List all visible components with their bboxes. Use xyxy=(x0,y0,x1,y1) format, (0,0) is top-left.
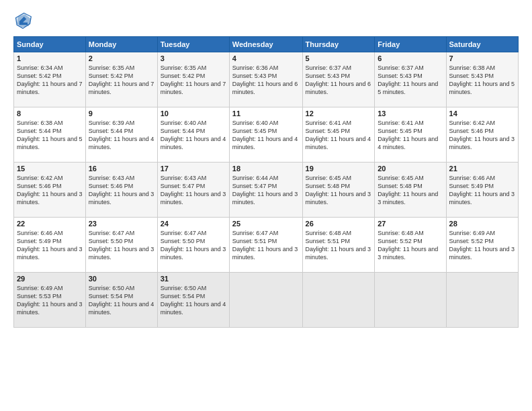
calendar-week-row: 29Sunrise: 6:49 AMSunset: 5:53 PMDayligh… xyxy=(14,273,519,328)
day-number: 30 xyxy=(89,275,154,283)
day-of-week-header: Saturday xyxy=(446,37,518,52)
day-number: 9 xyxy=(89,109,154,118)
day-of-week-header: Wednesday xyxy=(229,37,302,52)
calendar-day-cell xyxy=(302,273,375,328)
calendar-day-cell: 25Sunrise: 6:47 AMSunset: 5:51 PMDayligh… xyxy=(229,218,302,273)
calendar-day-cell: 17Sunrise: 6:43 AMSunset: 5:47 PMDayligh… xyxy=(157,163,229,218)
logo xyxy=(13,11,35,30)
day-number: 8 xyxy=(17,109,83,118)
day-number: 14 xyxy=(449,109,515,118)
day-number: 4 xyxy=(232,54,300,62)
header xyxy=(13,11,519,30)
day-number: 20 xyxy=(378,165,443,173)
day-number: 15 xyxy=(17,165,83,173)
calendar-day-cell: 28Sunrise: 6:49 AMSunset: 5:52 PMDayligh… xyxy=(446,218,518,273)
calendar-header: SundayMondayTuesdayWednesdayThursdayFrid… xyxy=(14,37,519,52)
day-number: 23 xyxy=(89,220,154,228)
calendar-body: 1Sunrise: 6:34 AMSunset: 5:42 PMDaylight… xyxy=(14,52,519,328)
day-detail: Sunrise: 6:43 AMSunset: 5:47 PMDaylight:… xyxy=(161,174,226,207)
day-number: 2 xyxy=(89,54,154,62)
calendar-day-cell: 15Sunrise: 6:42 AMSunset: 5:46 PMDayligh… xyxy=(14,163,86,218)
calendar-day-cell: 3Sunrise: 6:35 AMSunset: 5:42 PMDaylight… xyxy=(157,52,229,107)
day-number: 11 xyxy=(232,109,300,118)
calendar-day-cell: 29Sunrise: 6:49 AMSunset: 5:53 PMDayligh… xyxy=(14,273,86,328)
day-detail: Sunrise: 6:40 AMSunset: 5:45 PMDaylight:… xyxy=(232,119,300,152)
calendar-day-cell: 5Sunrise: 6:37 AMSunset: 5:43 PMDaylight… xyxy=(302,52,375,107)
day-number: 5 xyxy=(306,54,372,62)
day-number: 6 xyxy=(378,54,443,62)
day-number: 1 xyxy=(17,54,83,62)
day-number: 10 xyxy=(161,109,226,118)
calendar-day-cell: 27Sunrise: 6:48 AMSunset: 5:52 PMDayligh… xyxy=(375,218,446,273)
day-number: 17 xyxy=(161,165,226,173)
day-of-week-header: Thursday xyxy=(302,37,375,52)
calendar-day-cell: 19Sunrise: 6:45 AMSunset: 5:48 PMDayligh… xyxy=(302,163,375,218)
calendar-day-cell: 16Sunrise: 6:43 AMSunset: 5:46 PMDayligh… xyxy=(85,163,157,218)
day-number: 16 xyxy=(89,165,154,173)
day-detail: Sunrise: 6:49 AMSunset: 5:52 PMDaylight:… xyxy=(449,229,515,262)
calendar-day-cell: 24Sunrise: 6:47 AMSunset: 5:50 PMDayligh… xyxy=(157,218,229,273)
calendar-day-cell xyxy=(446,273,518,328)
day-detail: Sunrise: 6:45 AMSunset: 5:48 PMDaylight:… xyxy=(378,174,443,207)
day-of-week-header: Monday xyxy=(85,37,157,52)
day-number: 29 xyxy=(17,275,83,283)
day-detail: Sunrise: 6:43 AMSunset: 5:46 PMDaylight:… xyxy=(89,174,154,207)
day-detail: Sunrise: 6:37 AMSunset: 5:43 PMDaylight:… xyxy=(378,64,443,97)
calendar-day-cell: 2Sunrise: 6:35 AMSunset: 5:42 PMDaylight… xyxy=(85,52,157,107)
day-detail: Sunrise: 6:50 AMSunset: 5:54 PMDaylight:… xyxy=(89,284,154,317)
day-number: 28 xyxy=(449,220,515,228)
day-detail: Sunrise: 6:35 AMSunset: 5:42 PMDaylight:… xyxy=(89,64,154,97)
day-detail: Sunrise: 6:39 AMSunset: 5:44 PMDaylight:… xyxy=(89,119,154,152)
day-detail: Sunrise: 6:46 AMSunset: 5:49 PMDaylight:… xyxy=(17,229,83,262)
day-detail: Sunrise: 6:50 AMSunset: 5:54 PMDaylight:… xyxy=(161,284,226,317)
calendar-day-cell: 10Sunrise: 6:40 AMSunset: 5:44 PMDayligh… xyxy=(157,107,229,163)
calendar-day-cell: 18Sunrise: 6:44 AMSunset: 5:47 PMDayligh… xyxy=(229,163,302,218)
day-number: 18 xyxy=(232,165,300,173)
calendar-header-row: SundayMondayTuesdayWednesdayThursdayFrid… xyxy=(14,37,519,52)
day-detail: Sunrise: 6:44 AMSunset: 5:47 PMDaylight:… xyxy=(232,174,300,207)
calendar-day-cell: 4Sunrise: 6:36 AMSunset: 5:43 PMDaylight… xyxy=(229,52,302,107)
logo-icon xyxy=(13,11,32,30)
day-detail: Sunrise: 6:40 AMSunset: 5:44 PMDaylight:… xyxy=(161,119,226,152)
day-detail: Sunrise: 6:47 AMSunset: 5:50 PMDaylight:… xyxy=(89,229,154,262)
calendar-day-cell: 12Sunrise: 6:41 AMSunset: 5:45 PMDayligh… xyxy=(302,107,375,163)
calendar-day-cell xyxy=(375,273,446,328)
day-detail: Sunrise: 6:34 AMSunset: 5:42 PMDaylight:… xyxy=(17,64,83,97)
day-number: 3 xyxy=(161,54,226,62)
day-number: 22 xyxy=(17,220,83,228)
calendar-day-cell: 30Sunrise: 6:50 AMSunset: 5:54 PMDayligh… xyxy=(85,273,157,328)
day-of-week-header: Sunday xyxy=(14,37,86,52)
calendar-day-cell xyxy=(229,273,302,328)
day-detail: Sunrise: 6:42 AMSunset: 5:46 PMDaylight:… xyxy=(17,174,83,207)
day-detail: Sunrise: 6:45 AMSunset: 5:48 PMDaylight:… xyxy=(306,174,372,207)
day-detail: Sunrise: 6:41 AMSunset: 5:45 PMDaylight:… xyxy=(378,119,443,152)
day-detail: Sunrise: 6:47 AMSunset: 5:50 PMDaylight:… xyxy=(161,229,226,262)
calendar-day-cell: 11Sunrise: 6:40 AMSunset: 5:45 PMDayligh… xyxy=(229,107,302,163)
day-detail: Sunrise: 6:37 AMSunset: 5:43 PMDaylight:… xyxy=(306,64,372,97)
calendar-day-cell: 21Sunrise: 6:46 AMSunset: 5:49 PMDayligh… xyxy=(446,163,518,218)
day-detail: Sunrise: 6:47 AMSunset: 5:51 PMDaylight:… xyxy=(232,229,300,262)
calendar-week-row: 22Sunrise: 6:46 AMSunset: 5:49 PMDayligh… xyxy=(14,218,519,273)
calendar-day-cell: 26Sunrise: 6:48 AMSunset: 5:51 PMDayligh… xyxy=(302,218,375,273)
day-detail: Sunrise: 6:42 AMSunset: 5:46 PMDaylight:… xyxy=(449,119,515,152)
page: SundayMondayTuesdayWednesdayThursdayFrid… xyxy=(0,0,532,411)
calendar-table: SundayMondayTuesdayWednesdayThursdayFrid… xyxy=(13,36,519,328)
day-number: 24 xyxy=(161,220,226,228)
calendar-day-cell: 8Sunrise: 6:38 AMSunset: 5:44 PMDaylight… xyxy=(14,107,86,163)
day-number: 12 xyxy=(306,109,372,118)
calendar-day-cell: 20Sunrise: 6:45 AMSunset: 5:48 PMDayligh… xyxy=(375,163,446,218)
calendar-day-cell: 7Sunrise: 6:38 AMSunset: 5:43 PMDaylight… xyxy=(446,52,518,107)
day-number: 27 xyxy=(378,220,443,228)
day-of-week-header: Tuesday xyxy=(157,37,229,52)
day-detail: Sunrise: 6:36 AMSunset: 5:43 PMDaylight:… xyxy=(232,64,300,97)
calendar-day-cell: 1Sunrise: 6:34 AMSunset: 5:42 PMDaylight… xyxy=(14,52,86,107)
day-number: 26 xyxy=(306,220,372,228)
calendar-day-cell: 6Sunrise: 6:37 AMSunset: 5:43 PMDaylight… xyxy=(375,52,446,107)
calendar-week-row: 1Sunrise: 6:34 AMSunset: 5:42 PMDaylight… xyxy=(14,52,519,107)
calendar-day-cell: 14Sunrise: 6:42 AMSunset: 5:46 PMDayligh… xyxy=(446,107,518,163)
day-number: 19 xyxy=(306,165,372,173)
day-detail: Sunrise: 6:41 AMSunset: 5:45 PMDaylight:… xyxy=(306,119,372,152)
day-detail: Sunrise: 6:46 AMSunset: 5:49 PMDaylight:… xyxy=(449,174,515,207)
calendar-day-cell: 13Sunrise: 6:41 AMSunset: 5:45 PMDayligh… xyxy=(375,107,446,163)
calendar-week-row: 15Sunrise: 6:42 AMSunset: 5:46 PMDayligh… xyxy=(14,163,519,218)
